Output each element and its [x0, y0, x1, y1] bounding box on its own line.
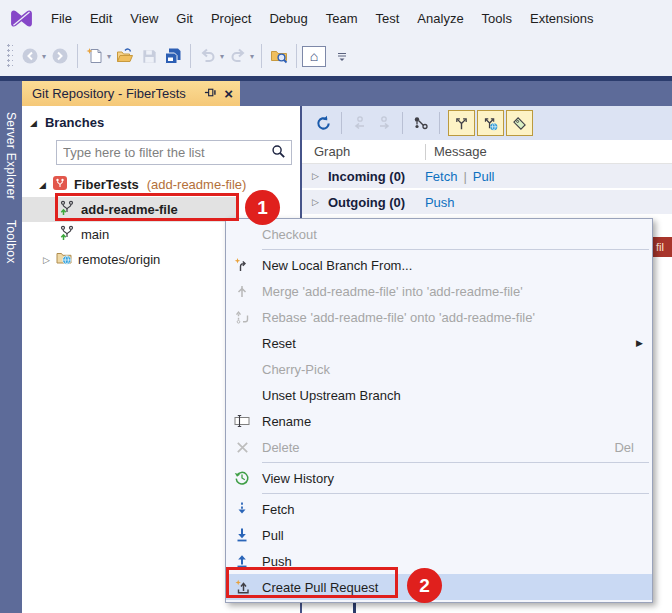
menu-item-label: Checkout [262, 227, 652, 242]
menu-item-new-local-branch-from[interactable]: New Local Branch From... [226, 252, 652, 278]
menu-item-rebase-add-readme-file-onto-add-readme-file: Rebase 'add-readme-file' onto 'add-readm… [226, 304, 652, 330]
menu-item-unset-upstream-branch[interactable]: Unset Upstream Branch [226, 382, 652, 408]
open-file-button[interactable] [113, 42, 137, 70]
branch-name: main [81, 227, 109, 242]
menu-item-reset[interactable]: Reset▶ [226, 330, 652, 356]
menu-extensions[interactable]: Extensions [521, 7, 603, 30]
rename-icon [231, 413, 253, 429]
close-icon[interactable]: × [224, 86, 233, 101]
column-header-graph[interactable]: Graph [302, 144, 425, 159]
commit-graph-icon[interactable] [409, 110, 433, 136]
repo-current-branch: (add-readme-file) [147, 177, 247, 192]
refresh-icon[interactable] [311, 110, 335, 136]
undo-dropdown-caret: ▾ [220, 52, 224, 61]
menu-item-pull[interactable]: Pull [226, 522, 652, 548]
save-all-button[interactable] [161, 42, 185, 70]
menu-item-label: Delete [262, 440, 614, 455]
redo-button [226, 42, 250, 70]
column-header-message[interactable]: Message [434, 144, 487, 159]
chevron-collapsed-icon[interactable]: ▷ [312, 197, 319, 207]
menu-separator [262, 249, 649, 250]
branch-context-menu: CheckoutNew Local Branch From...Merge 'a… [225, 218, 653, 603]
menu-edit[interactable]: Edit [81, 7, 121, 30]
menu-item-delete: DeleteDel [226, 434, 652, 460]
menu-debug[interactable]: Debug [260, 7, 316, 30]
side-tab-server-explorer[interactable]: Server Explorer [4, 112, 18, 200]
new-item-button[interactable] [83, 42, 107, 70]
history-icon [231, 470, 253, 486]
branches-section-header[interactable]: ◢ Branches [22, 106, 300, 130]
menu-bar-items: FileEditViewGitProjectDebugTeamTestAnaly… [42, 7, 603, 30]
annotation-step-1-number: 1 [257, 197, 268, 219]
tab-git-repository[interactable]: Git Repository - FiberTests × [22, 81, 240, 106]
outgoing-label: Outgoing (0) [328, 195, 425, 210]
menu-test[interactable]: Test [367, 7, 409, 30]
toolbar-separator [439, 112, 440, 134]
show-remote-branches-toggle[interactable] [477, 110, 504, 136]
toolbar-separator [402, 112, 403, 134]
history-column-headers: Graph Message [302, 140, 672, 164]
menu-view[interactable]: View [121, 7, 167, 30]
menu-item-rename[interactable]: Rename [226, 408, 652, 434]
menu-analyze[interactable]: Analyze [408, 7, 472, 30]
annotation-step-1: 1 [245, 190, 280, 225]
fetch-link[interactable]: Fetch [425, 169, 458, 184]
incoming-commits-row[interactable]: ▷ Incoming (0) Fetch | Pull [302, 164, 672, 188]
menu-item-label: Rename [262, 414, 652, 429]
menu-git[interactable]: Git [167, 7, 202, 30]
show-local-branches-toggle[interactable] [448, 110, 475, 136]
home-icon: ⌂ [310, 48, 318, 64]
toolbar-separator [296, 44, 297, 68]
menu-item-view-history[interactable]: View History [226, 465, 652, 491]
menu-file[interactable]: File [42, 7, 81, 30]
standard-toolbar: ▾ ▾ ▾ ▾ ⌂ [0, 36, 672, 76]
chevron-expanded-icon[interactable]: ◢ [39, 180, 46, 190]
undo-button [196, 42, 220, 70]
pull-link[interactable]: Pull [473, 169, 495, 184]
menu-item-merge-add-readme-file-into-add-readme-file: Merge 'add-readme-file' into 'add-readme… [226, 278, 652, 304]
menu-separator [262, 493, 649, 494]
toolbar-grip-handle[interactable] [6, 43, 13, 69]
go-to-parent-button [348, 110, 372, 136]
menu-item-fetch[interactable]: Fetch [226, 496, 652, 522]
search-icon[interactable] [271, 144, 286, 162]
menu-item-label: Reset [262, 336, 636, 351]
menu-item-cherry-pick: Cherry-Pick [226, 356, 652, 382]
remotes-label: remotes/origin [78, 252, 160, 267]
toolbar-overflow-button[interactable] [330, 42, 354, 70]
find-in-files-button[interactable] [267, 42, 291, 70]
chevron-expanded-icon[interactable]: ◢ [30, 118, 37, 128]
push-link[interactable]: Push [425, 195, 455, 210]
new-item-dropdown-caret[interactable]: ▾ [107, 52, 111, 61]
show-tags-toggle[interactable] [506, 110, 533, 136]
branch-label-badge: fil [653, 237, 672, 257]
visual-studio-window: FileEditViewGitProjectDebugTeamTestAnaly… [0, 0, 672, 613]
menu-tools[interactable]: Tools [473, 7, 521, 30]
home-button[interactable]: ⌂ [302, 46, 326, 67]
navigate-back-button [18, 42, 42, 70]
column-divider[interactable] [425, 144, 426, 160]
menu-project[interactable]: Project [202, 7, 260, 30]
menu-team[interactable]: Team [317, 7, 367, 30]
menu-item-label: View History [262, 471, 652, 486]
tool-window-tab-band: Git Repository - FiberTests × [0, 81, 672, 106]
history-toolbar [302, 106, 672, 140]
menu-item-checkout: Checkout [226, 221, 652, 247]
annotation-box-step-1 [55, 193, 239, 221]
toolbar-separator [77, 44, 78, 68]
go-to-child-button [372, 110, 396, 136]
side-tab-toolbox[interactable]: Toolbox [4, 220, 18, 263]
redo-dropdown-caret: ▾ [250, 52, 254, 61]
merge-icon [231, 283, 253, 299]
chevron-collapsed-icon[interactable]: ▷ [312, 171, 319, 181]
pin-icon[interactable] [204, 86, 217, 102]
chevron-collapsed-icon[interactable]: ▷ [43, 255, 50, 265]
outgoing-commits-row[interactable]: ▷ Outgoing (0) Push [302, 190, 672, 214]
fetch-icon [231, 501, 253, 517]
submenu-arrow-icon: ▶ [636, 338, 643, 348]
pull-icon [231, 527, 253, 543]
branch-filter-input[interactable] [57, 145, 271, 160]
menu-item-label: Rebase 'add-readme-file' onto 'add-readm… [262, 310, 652, 325]
menu-separator [262, 462, 649, 463]
visual-studio-logo-icon [9, 6, 34, 31]
